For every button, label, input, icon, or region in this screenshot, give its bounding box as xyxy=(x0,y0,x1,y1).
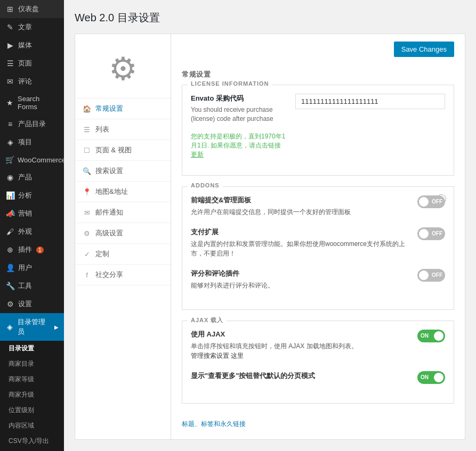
leftnav-item-list[interactable]: ☰ 列表 xyxy=(75,119,171,140)
social-icon: f xyxy=(83,271,91,279)
sidebar-item-searchforms[interactable]: ★ Search Forms xyxy=(0,91,64,115)
sidebar-item-woocommerce[interactable]: 🛒 WooCommerce xyxy=(0,151,64,168)
license-section: LICENSE INFORMATION Envato 采购代码 You shou… xyxy=(182,85,454,176)
addon-desc-frontend: 前端提交&管理面板 允许用户在前端提交信息，同时提供一个友好的管理面板 xyxy=(191,195,409,217)
sidebar-item-products[interactable]: ◉ 产品 xyxy=(0,168,64,186)
rating-toggle-wrap: OFF xyxy=(417,269,445,282)
save-btn-wrap: Save Changes xyxy=(171,34,465,62)
projects-icon: ◈ xyxy=(5,138,15,146)
rating-toggle-text: OFF xyxy=(432,272,442,278)
email-icon: ✉ xyxy=(83,209,91,217)
leftnav-item-map[interactable]: 📍 地图&地址 xyxy=(75,182,171,202)
save-button[interactable]: Save Changes xyxy=(394,42,454,57)
ajax-toggle[interactable]: ON xyxy=(417,330,445,342)
sidebar-arrow-icon: ▶ xyxy=(54,324,59,330)
addon-text-rating: 能够对列表进行评分和评论。 xyxy=(191,281,409,290)
showmore-toggle-text: ON xyxy=(421,374,429,380)
list-icon: ☰ xyxy=(83,126,91,134)
envato-field-row: Envato 采购代码 You should receive purchase … xyxy=(191,94,445,159)
sidebar-item-settings[interactable]: ⚙ 设置 xyxy=(0,295,64,313)
appearance-icon: 🖌 xyxy=(5,227,15,236)
ajax-row-use: 使用 AJAX 单击排序按钮和填充按钮时，使用 AJAX 加载地图和列表。 管理… xyxy=(191,330,445,360)
sidebar-sub-item-merchantlevel[interactable]: 商家等级 xyxy=(0,372,64,387)
addon-text-frontend: 允许用户在前端提交信息，同时提供一个友好的管理面板 xyxy=(191,207,409,217)
envato-label-col: Envato 采购代码 You should receive purchase … xyxy=(191,94,287,159)
addon-desc-rating: 评分和评论插件 能够对列表进行评分和评论。 xyxy=(191,269,409,290)
showmore-toggle-wrap: ON xyxy=(417,371,445,384)
content-wrap: ⚙ 🏠 常规设置 ☰ 列表 ☐ 页面 & 视图 🔍 搜索设置 xyxy=(75,34,465,440)
envato-input[interactable] xyxy=(295,94,445,109)
main-area: Web 2.0 目录设置 ⚙ 🏠 常规设置 ☰ 列表 ☐ 页面 & 视图 xyxy=(64,0,476,451)
sidebar-item-media[interactable]: ▶ 媒体 xyxy=(0,36,64,54)
tools-icon: 🔧 xyxy=(5,282,15,290)
payment-toggle[interactable]: OFF xyxy=(417,227,445,240)
frontend-toggle-wrap: OFF xyxy=(417,195,445,208)
sidebar-item-marketing[interactable]: 📣 营销 xyxy=(0,204,64,223)
sidebar-item-comments[interactable]: ✉ 评论 xyxy=(0,72,64,91)
plugins-badge: 1 xyxy=(36,247,44,253)
sidebar-item-tools[interactable]: 🔧 工具 xyxy=(0,277,64,295)
advanced-icon: ⚙ xyxy=(83,229,91,237)
plugins-icon: ⊕ xyxy=(5,245,15,254)
sidebar-sub-item-contentarea[interactable]: 内容区域 xyxy=(0,418,64,433)
ajax-toggle-text: ON xyxy=(421,333,429,339)
sidebar-sub-item-demoimport[interactable]: 演示数据导入 xyxy=(0,449,64,451)
ajax-title-use: 使用 AJAX xyxy=(191,330,409,339)
showmore-toggle[interactable]: ON xyxy=(417,371,445,384)
ajax-row-showmore: 显示"查看更多"按钮替代默认的分页模式 ON xyxy=(191,371,445,384)
frontend-toggle[interactable]: OFF xyxy=(417,195,445,208)
envato-label: Envato 采购代码 xyxy=(191,94,287,103)
analytics-icon: 📊 xyxy=(5,191,15,200)
sidebar-sub-item-csvimport[interactable]: CSV导入/导出 xyxy=(0,433,64,449)
addon-text-payment: 这是内置的付款和发票管理功能。如果你想使用woocommerce支付系统的上市，… xyxy=(191,239,409,258)
sidebar-sub-item-dirsettings[interactable]: 目录设置 xyxy=(0,341,64,356)
rating-toggle[interactable]: OFF xyxy=(417,269,445,282)
sidebar-sub-item-merchantupgrade[interactable]: 商家升级 xyxy=(0,387,64,403)
envato-desc: You should receive purchase (license) co… xyxy=(191,105,287,159)
sidebar-item-projects[interactable]: ◈ 项目 xyxy=(0,133,64,151)
sidebar: ⊞ 仪表盘 ✎ 文章 ▶ 媒体 ☰ 页面 ✉ 评论 ★ Search Forms… xyxy=(0,0,64,451)
sidebar-item-analytics[interactable]: 📊 分析 xyxy=(0,186,64,204)
envato-input-col xyxy=(295,94,445,109)
leftnav-item-search[interactable]: 🔍 搜索设置 xyxy=(75,161,171,182)
ajax-label: AJAX 载入 xyxy=(188,316,227,324)
sidebar-item-articles[interactable]: ✎ 文章 xyxy=(0,18,64,36)
leftnav-item-advanced[interactable]: ⚙ 高级设置 xyxy=(75,223,171,244)
ajax-toggle-knob xyxy=(434,331,443,341)
sidebar-item-plugins[interactable]: ⊕ 插件 1 xyxy=(0,241,64,259)
map-icon: 📍 xyxy=(83,188,91,196)
addons-label: ADDONS xyxy=(188,182,223,188)
left-nav: ⚙ 🏠 常规设置 ☰ 列表 ☐ 页面 & 视图 🔍 搜索设置 xyxy=(75,34,171,439)
sidebar-item-directorymgr[interactable]: ◈ 目录管理员 ▶ xyxy=(0,313,64,341)
addons-section: ADDONS ? 前端提交&管理面板 允许用户在前端提交信息，同时提供一个友好的… xyxy=(182,186,454,310)
leftnav-item-social[interactable]: f 社交分享 xyxy=(75,265,171,285)
settings-icon: ⚙ xyxy=(5,300,15,308)
sidebar-item-users[interactable]: 👤 用户 xyxy=(0,259,64,277)
sidebar-sub-item-locationlevel[interactable]: 位置级别 xyxy=(0,403,64,418)
bottom-link-wrap: 标题、标签和永久链接 xyxy=(171,414,465,439)
pageview-icon: ☐ xyxy=(83,146,91,154)
payment-toggle-wrap: OFF xyxy=(417,227,445,240)
custom-icon: ✓ xyxy=(83,250,91,258)
leftnav-item-custom[interactable]: ✓ 定制 xyxy=(75,244,171,265)
sidebar-item-dashboard[interactable]: ⊞ 仪表盘 xyxy=(0,0,64,18)
ajax-title-showmore: 显示"查看更多"按钮替代默认的分页模式 xyxy=(191,371,409,381)
searchforms-icon: ★ xyxy=(5,99,14,107)
leftnav-item-pageview[interactable]: ☐ 页面 & 视图 xyxy=(75,140,171,161)
update-link[interactable]: 更新 xyxy=(191,151,204,158)
sidebar-submenu: 目录设置 商家目录 商家等级 商家升级 位置级别 内容区域 CSV导入/导出 演… xyxy=(0,341,64,451)
leftnav-item-email[interactable]: ✉ 邮件通知 xyxy=(75,202,171,223)
media-icon: ▶ xyxy=(5,41,15,50)
leftnav-item-general[interactable]: 🏠 常规设置 xyxy=(75,99,171,119)
articles-icon: ✎ xyxy=(5,23,15,31)
showmore-toggle-knob xyxy=(434,373,443,382)
sidebar-item-catalog[interactable]: ≡ 产品目录 xyxy=(0,115,64,133)
sidebar-sub-item-merchantdir[interactable]: 商家目录 xyxy=(0,356,64,372)
payment-toggle-knob xyxy=(419,229,429,239)
page-title: Web 2.0 目录设置 xyxy=(75,11,465,25)
addon-title-frontend: 前端提交&管理面板 xyxy=(191,195,409,205)
sidebar-item-appearance[interactable]: 🖌 外观 xyxy=(0,223,64,241)
catalog-icon: ≡ xyxy=(5,120,15,128)
sidebar-item-pages[interactable]: ☰ 页面 xyxy=(0,54,64,72)
bottom-link[interactable]: 标题、标签和永久链接 xyxy=(182,420,246,429)
